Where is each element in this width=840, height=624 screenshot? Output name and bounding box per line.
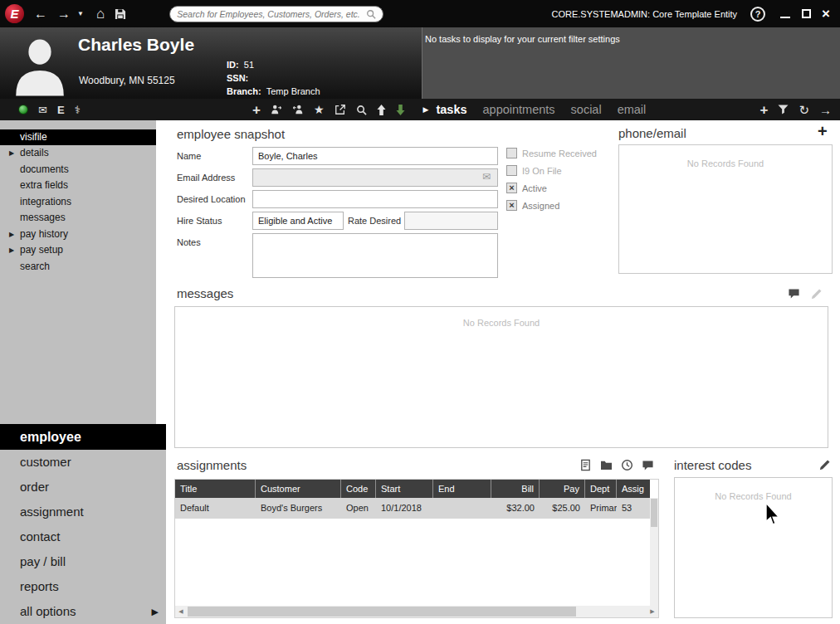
checkbox-active[interactable]: × Active (506, 183, 597, 193)
add-phone-email-icon[interactable]: + (818, 123, 828, 139)
add-message-icon[interactable] (788, 288, 800, 300)
maximize-button[interactable] (802, 9, 811, 18)
checkbox-label: Assigned (522, 201, 559, 211)
search-icon[interactable] (366, 9, 376, 19)
module-label: employee (20, 430, 81, 444)
scrollbar-thumb[interactable] (188, 607, 576, 617)
edit-interest-codes-icon[interactable] (818, 459, 831, 471)
sidebar-item-label: integrations (20, 196, 71, 207)
scroll-right-icon[interactable]: ▶ (647, 606, 658, 617)
desired-location-field[interactable] (252, 190, 498, 208)
sidebar-module-customer[interactable]: customer (0, 450, 166, 475)
assignment-row[interactable]: Default Boyd's Burgers Open 10/1/2018 $3… (175, 498, 650, 519)
forward-arrow-icon[interactable]: → (57, 7, 71, 21)
history-dropdown-icon[interactable]: ▼ (77, 10, 84, 17)
vertical-scrollbar[interactable] (650, 498, 658, 606)
sidebar-module-assignment[interactable]: assignment (0, 500, 166, 524)
assign-person-icon[interactable] (271, 104, 282, 115)
tasks-panel: No tasks to display for your current fil… (422, 27, 840, 99)
back-arrow-icon[interactable]: ← (34, 7, 47, 21)
refresh-icon[interactable]: ↻ (798, 104, 809, 116)
hire-status-field[interactable] (252, 212, 344, 230)
assignment-message-icon[interactable] (642, 460, 654, 471)
checkbox-icon: × (506, 200, 517, 211)
edit-message-icon[interactable] (810, 288, 823, 300)
rate-desired-field[interactable] (404, 212, 498, 230)
e-verify-icon[interactable]: E (57, 105, 65, 115)
expand-arrow-icon[interactable]: ▶ (9, 242, 14, 259)
notes-field[interactable] (252, 233, 498, 278)
tab-appointments[interactable]: appointments (483, 103, 555, 116)
sidebar-item-search[interactable]: search (0, 259, 156, 275)
sidebar-module-reports[interactable]: reports (0, 574, 166, 599)
tab-email[interactable]: email (618, 103, 647, 116)
export-icon[interactable] (335, 104, 346, 115)
help-icon[interactable]: ? (750, 7, 765, 22)
close-button[interactable]: × (822, 7, 830, 21)
employee-id-row: ID: 51 (227, 58, 320, 71)
column-header-end[interactable]: End (433, 480, 491, 498)
column-header-bill[interactable]: Bill (491, 480, 540, 498)
scrollbar-thumb[interactable] (651, 499, 657, 527)
magnifier-icon[interactable] (356, 105, 367, 115)
column-header-start[interactable]: Start (376, 480, 433, 498)
app-logo[interactable]: E (5, 4, 24, 23)
expand-arrow-icon[interactable]: ▶ (9, 145, 14, 162)
add-task-icon[interactable]: + (759, 103, 768, 117)
move-down-icon[interactable] (396, 105, 405, 115)
expand-arrow-icon[interactable]: ▶ (152, 599, 159, 624)
tab-caret-icon[interactable]: ▶ (423, 105, 429, 114)
cell-customer: Boyd's Burgers (256, 498, 341, 519)
timecard-icon[interactable] (579, 459, 592, 471)
module-label: contact (20, 529, 60, 544)
column-header-dept[interactable]: Dept (585, 480, 617, 498)
sidebar-module-all-options[interactable]: all options▶ (0, 599, 166, 624)
sidebar-item-documents[interactable]: documents (0, 162, 156, 178)
sidebar-module-order[interactable]: order (0, 475, 166, 500)
sidebar-module-pay-bill[interactable]: pay / bill (0, 549, 166, 574)
assignments-table: Title Customer Code Start End Bill Pay D… (174, 479, 659, 618)
global-search-box[interactable] (169, 6, 383, 22)
go-arrow-icon[interactable]: → (819, 104, 832, 116)
email-field[interactable] (252, 168, 498, 187)
expand-arrow-icon[interactable]: ▶ (9, 227, 14, 243)
sidebar-item-messages[interactable]: messages (0, 210, 156, 227)
folder-icon[interactable] (600, 460, 613, 470)
tab-tasks[interactable]: tasks (436, 103, 466, 116)
sidebar-item-label: pay history (20, 228, 68, 240)
clock-icon[interactable] (621, 459, 633, 471)
checkbox-i9-on-file[interactable]: I9 On File (506, 165, 597, 176)
column-header-customer[interactable]: Customer (256, 480, 341, 498)
envelope-icon[interactable]: ✉ (38, 105, 47, 115)
star-icon[interactable]: ★ (314, 104, 325, 115)
horizontal-scrollbar[interactable]: ◀ ▶ (175, 606, 658, 617)
column-header-assig[interactable]: Assig (617, 480, 650, 498)
sidebar-module-contact[interactable]: contact (0, 524, 166, 549)
scroll-left-icon[interactable]: ◀ (175, 606, 187, 617)
home-icon[interactable]: ⌂ (96, 7, 105, 21)
sidebar-item-integrations[interactable]: integrations (0, 194, 156, 211)
tab-social[interactable]: social (571, 103, 602, 116)
move-up-icon[interactable] (377, 105, 386, 115)
column-header-code[interactable]: Code (341, 480, 376, 498)
column-header-title[interactable]: Title (175, 480, 256, 498)
unassign-person-icon[interactable] (292, 104, 304, 115)
name-field[interactable] (252, 147, 498, 165)
sidebar-item-pay-history[interactable]: ▶pay history (0, 227, 156, 243)
sidebar-item-pay-setup[interactable]: ▶pay setup (0, 242, 156, 259)
column-header-pay[interactable]: Pay (540, 480, 585, 498)
add-icon[interactable]: + (252, 103, 261, 117)
checkbox-label: I9 On File (522, 166, 562, 176)
medical-caduceus-icon[interactable]: ⚕ (75, 105, 81, 115)
filter-funnel-icon[interactable] (778, 105, 789, 115)
checkbox-resume-received[interactable]: Resume Received (506, 148, 597, 158)
sidebar-item-visifile[interactable]: visifile (0, 129, 156, 145)
search-input[interactable] (177, 9, 366, 19)
sidebar-item-details[interactable]: ▶details (0, 145, 156, 162)
sidebar-module-employee[interactable]: employee (0, 424, 166, 450)
checkbox-assigned[interactable]: × Assigned (506, 200, 597, 211)
sidebar-item-extra-fields[interactable]: extra fields (0, 178, 156, 194)
save-icon[interactable] (115, 8, 126, 20)
minimize-button[interactable] (780, 10, 790, 18)
cell-title: Default (175, 498, 256, 519)
